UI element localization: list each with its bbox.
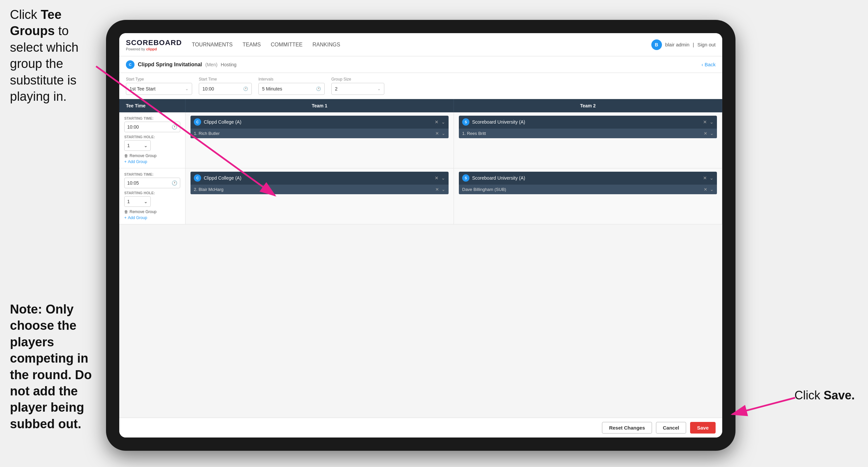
starting-time-input-1[interactable]: 10:00 🕐 [124, 122, 180, 132]
g2t1-player1-chevron-icon[interactable]: ⌄ [442, 187, 445, 192]
group1-team1-player1[interactable]: 1. Rich Butler ✕ ⌄ [190, 128, 448, 138]
table-row: STARTING TIME: 10:05 🕐 STARTING HOLE: 1 … [119, 168, 722, 224]
save-button[interactable]: Save [690, 422, 716, 434]
intervals-input[interactable]: 5 Minutes 🕐 [258, 83, 325, 95]
starting-hole-label-1: STARTING HOLE: [124, 135, 180, 139]
logo-scoreboard: SCOREBOARD [126, 38, 182, 47]
group2-team2-icon: S [462, 174, 469, 182]
hole-chevron-2: ⌄ [144, 199, 148, 204]
starting-hole-label-2: STARTING HOLE: [124, 191, 180, 195]
g1t2-player1-chevron-icon[interactable]: ⌄ [710, 131, 714, 136]
intervals-label: Intervals [258, 77, 325, 82]
cancel-button[interactable]: Cancel [656, 422, 686, 434]
save-annotation-text1: Click [795, 388, 824, 402]
add-group-label-1: Add Group [128, 159, 147, 164]
group1-team2-x[interactable]: ✕ [703, 119, 707, 125]
g1t2-player1-x-icon[interactable]: ✕ [704, 131, 707, 136]
group1-team2-entry[interactable]: S Scoreboard University (A) ✕ ⌄ 1. Rees … [459, 116, 717, 138]
group2-team2-controls: ✕ ⌄ [703, 175, 714, 181]
settings-start-type: Start Type 1st Tee Start ⌄ [126, 77, 192, 95]
group2-team1-player1-controls: ✕ ⌄ [435, 187, 445, 192]
remove-icon-2: 🗑 [124, 209, 128, 214]
group1-team1-controls: ✕ ⌄ [435, 119, 445, 125]
add-group-button-2[interactable]: + Add Group [124, 215, 180, 220]
group2-team2-player1-controls: ✕ ⌄ [704, 187, 714, 192]
g2t2-player1-chevron-icon[interactable]: ⌄ [710, 187, 714, 192]
sign-out-link[interactable]: Sign out [698, 42, 716, 48]
start-time-label: Start Time [199, 77, 252, 82]
group2-team2-name: Scoreboard University (A) [472, 175, 700, 181]
group2-team2-chevron[interactable]: ⌄ [710, 175, 714, 181]
group2-team2-entry[interactable]: S Scoreboard University (A) ✕ ⌄ Dave Bil… [459, 172, 717, 194]
table-row: STARTING TIME: 10:00 🕐 STARTING HOLE: 1 … [119, 112, 722, 168]
player1-x-icon[interactable]: ✕ [435, 131, 439, 136]
instructions-panel: Click Tee Groups to select which group t… [0, 0, 106, 439]
starting-time-input-2[interactable]: 10:05 🕐 [124, 178, 180, 188]
logo-clippd: clippd [146, 47, 157, 51]
group2-team1-entry[interactable]: C Clippd College (A) ✕ ⌄ 2. Blair McHarg… [190, 172, 448, 194]
group2-team1-name: Clippd College (A) [204, 175, 432, 181]
tablet-screen: SCOREBOARD Powered by clippd TOURNAMENTS… [119, 33, 722, 438]
remove-group-button-1[interactable]: 🗑 Remove Group [124, 153, 180, 158]
subheader: C Clippd Spring Invitational (Men) Hosti… [119, 56, 722, 73]
reset-changes-button[interactable]: Reset Changes [602, 422, 652, 434]
nav-committee[interactable]: COMMITTEE [271, 40, 303, 49]
group1-team1-chevron[interactable]: ⌄ [441, 119, 445, 125]
group2-team1-player1[interactable]: 2. Blair McHarg ✕ ⌄ [190, 185, 448, 194]
group2-team2-x[interactable]: ✕ [703, 175, 707, 181]
add-icon-2: + [124, 215, 127, 220]
group1-team2-player1[interactable]: 1. Rees Britt ✕ ⌄ [459, 128, 717, 138]
groups-container: STARTING TIME: 10:00 🕐 STARTING HOLE: 1 … [119, 112, 722, 418]
note-bold: Only choose the players competing in the… [10, 302, 92, 431]
starting-time-value-2: 10:05 [127, 180, 139, 185]
start-time-value: 10:00 [203, 86, 214, 91]
nav-user: B blair admin | Sign out [651, 39, 716, 50]
g2t2-player1-x-icon[interactable]: ✕ [704, 187, 707, 192]
th-team1: Team 1 [186, 99, 454, 112]
time-clock-icon-1: 🕐 [172, 124, 177, 129]
group1-team1-entry[interactable]: C Clippd College (A) ✕ ⌄ 1. Rich Butler … [190, 116, 448, 138]
settings-group-size: Group Size 2 ⌄ [331, 77, 384, 95]
start-time-chevron: 🕐 [243, 87, 248, 91]
nav-tournaments[interactable]: TOURNAMENTS [192, 40, 232, 49]
save-arrow [732, 398, 795, 414]
hosting-badge: Hosting [221, 62, 236, 67]
group-size-value: 2 [335, 86, 338, 91]
group1-team1-header: C Clippd College (A) ✕ ⌄ [190, 116, 448, 128]
group2-team1-icon: C [194, 174, 201, 182]
group2-team2-player1[interactable]: Dave Billingham (SUB) ✕ ⌄ [459, 185, 717, 194]
add-group-button-1[interactable]: + Add Group [124, 159, 180, 164]
starting-hole-input-2[interactable]: 1 ⌄ [124, 196, 151, 207]
nav-rankings[interactable]: RANKINGS [312, 40, 340, 49]
subheader-left: C Clippd Spring Invitational (Men) Hosti… [126, 60, 237, 69]
nav-links: TOURNAMENTS TEAMS COMMITTEE RANKINGS [192, 40, 651, 49]
time-clock-icon-2: 🕐 [172, 180, 177, 185]
group2-team1-player1-name: 2. Blair McHarg [194, 187, 433, 192]
footer: Reset Changes Cancel Save [119, 418, 722, 438]
starting-hole-value-2: 1 [127, 199, 130, 204]
start-time-input[interactable]: 10:00 🕐 [199, 83, 252, 95]
event-name: Clippd Spring Invitational [138, 62, 202, 68]
logo-powered: Powered by clippd [126, 47, 182, 51]
group2-team2-header: S Scoreboard University (A) ✕ ⌄ [459, 172, 717, 184]
g2t1-player1-x-icon[interactable]: ✕ [435, 187, 439, 192]
table-header: Tee Time Team 1 Team 2 [119, 99, 722, 112]
start-type-input[interactable]: 1st Tee Start ⌄ [126, 83, 192, 95]
group2-team1-x[interactable]: ✕ [435, 175, 439, 181]
group2-team2-col: S Scoreboard University (A) ✕ ⌄ Dave Bil… [454, 168, 722, 224]
back-link[interactable]: ‹ Back [701, 62, 716, 67]
player1-chevron-icon[interactable]: ⌄ [442, 131, 445, 136]
group1-team2-chevron[interactable]: ⌄ [710, 119, 714, 125]
nav-teams[interactable]: TEAMS [243, 40, 261, 49]
group1-team2-header: S Scoreboard University (A) ✕ ⌄ [459, 116, 717, 128]
remove-group-button-2[interactable]: 🗑 Remove Group [124, 209, 180, 214]
starting-hole-input-1[interactable]: 1 ⌄ [124, 140, 151, 151]
group-size-input[interactable]: 2 ⌄ [331, 83, 384, 95]
add-group-label-2: Add Group [128, 215, 147, 220]
start-type-label: Start Type [126, 77, 192, 82]
group2-team1-chevron[interactable]: ⌄ [441, 175, 445, 181]
group-size-chevron: ⌄ [377, 87, 381, 91]
group1-team2-player1-name: 1. Rees Britt [462, 131, 701, 136]
group2-time-col: STARTING TIME: 10:05 🕐 STARTING HOLE: 1 … [119, 168, 186, 224]
group1-team1-x[interactable]: ✕ [435, 119, 439, 125]
